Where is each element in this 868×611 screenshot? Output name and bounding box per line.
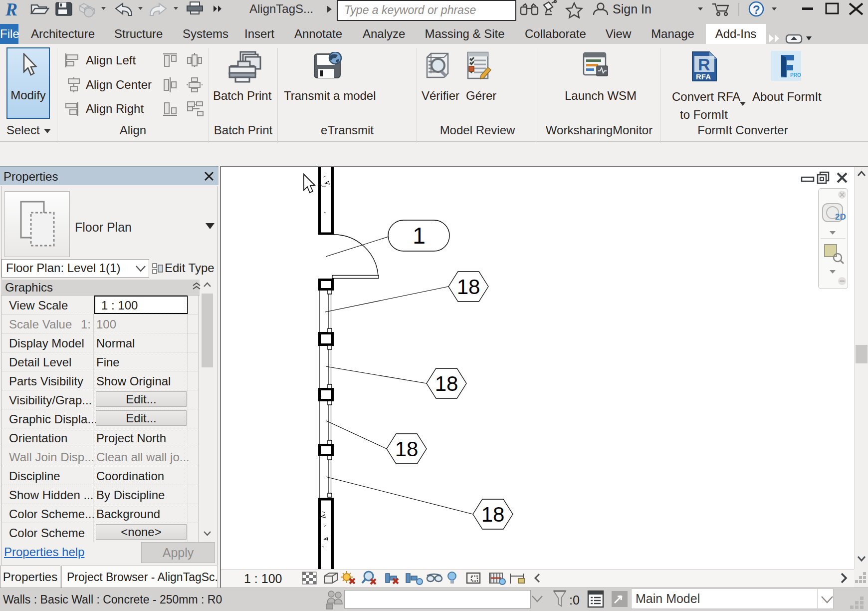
svg-text:Type a keyword or phrase: Type a keyword or phrase	[344, 3, 476, 16]
svg-text:AlignTagS...: AlignTagS...	[249, 2, 313, 15]
svg-text:2D: 2D	[835, 212, 846, 222]
svg-text:R: R	[698, 55, 710, 74]
svg-text:18: 18	[481, 503, 505, 526]
svg-text:PRO: PRO	[790, 72, 801, 78]
svg-text:18: 18	[435, 372, 458, 395]
svg-text:R: R	[5, 0, 17, 19]
svg-text:Sign In: Sign In	[613, 2, 651, 16]
svg-text:18: 18	[395, 437, 419, 461]
svg-text:1: 1	[413, 223, 426, 249]
svg-text:18: 18	[457, 275, 480, 299]
svg-text:RFA: RFA	[696, 72, 711, 81]
svg-text:?: ?	[753, 3, 760, 16]
